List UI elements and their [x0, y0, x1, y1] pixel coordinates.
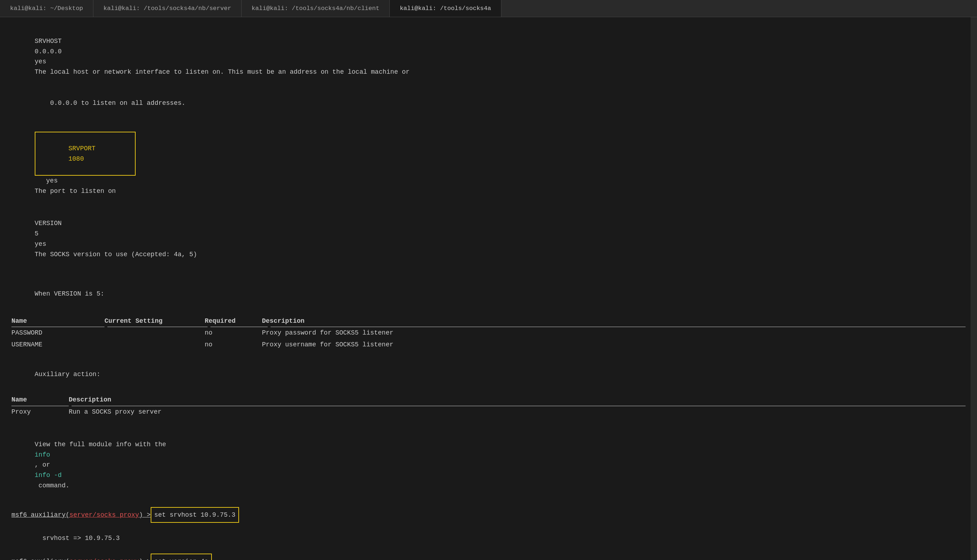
tab-server[interactable]: kali@kali: /tools/socks4a/nb/server [93, 0, 242, 17]
version-row: VERSION 5 yes The SOCKS version to use (… [12, 208, 965, 270]
terminal-window: kali@kali: ~/Desktop kali@kali: /tools/s… [0, 0, 977, 560]
aux-table-header: Name Description [12, 394, 965, 405]
version5-table-header: Name Current Setting Required Descriptio… [12, 315, 965, 327]
tab-desktop[interactable]: kali@kali: ~/Desktop [0, 0, 93, 17]
srvhost-result: srvhost => 10.9.75.3 [12, 523, 965, 553]
aux-rows: Proxy Run a SOCKS proxy server [12, 406, 965, 418]
srvhost-row: SRVHOST 0.0.0.0 yes The local host or ne… [12, 26, 965, 88]
version5-rows: PASSWORD no Proxy password for SOCKS5 li… [12, 327, 965, 350]
scrollbar[interactable] [970, 17, 977, 560]
srvport-row: SRVPORT 1080 yes The port to listen on [12, 121, 965, 207]
cmd-set-version: msf6 auxiliary(server/socks_proxy) > set… [12, 553, 965, 560]
tab-bar: kali@kali: ~/Desktop kali@kali: /tools/s… [0, 0, 977, 17]
commands-section: msf6 auxiliary(server/socks_proxy) > set… [12, 507, 965, 560]
cmd-set-srvhost: msf6 auxiliary(server/socks_proxy) > set… [12, 507, 965, 523]
info-link[interactable]: info [35, 451, 50, 458]
aux-row: Proxy Run a SOCKS proxy server [12, 406, 965, 418]
srvport-highlight: SRVPORT 1080 [35, 132, 136, 176]
version5-row: USERNAME no Proxy username for SOCKS5 li… [12, 339, 965, 350]
view-info-line: View the full module info with the info … [12, 429, 965, 501]
version5-row: PASSWORD no Proxy password for SOCKS5 li… [12, 327, 965, 338]
when-version-label: When VERSION is 5: [12, 278, 965, 309]
aux-action-label: Auxiliary action: [12, 359, 965, 390]
terminal-content: SRVHOST 0.0.0.0 yes The local host or ne… [0, 17, 977, 560]
tab-client[interactable]: kali@kali: /tools/socks4a/nb/client [242, 0, 390, 17]
srvhost-cmd-box: set srvhost 10.9.75.3 [151, 507, 239, 523]
tab-socks4a[interactable]: kali@kali: /tools/socks4a [390, 0, 501, 17]
info-d-link[interactable]: info -d [35, 472, 62, 479]
srvhost-desc2: 0.0.0.0 to listen on all addresses. [12, 88, 965, 118]
version-cmd-box: set version 4a [151, 553, 212, 560]
